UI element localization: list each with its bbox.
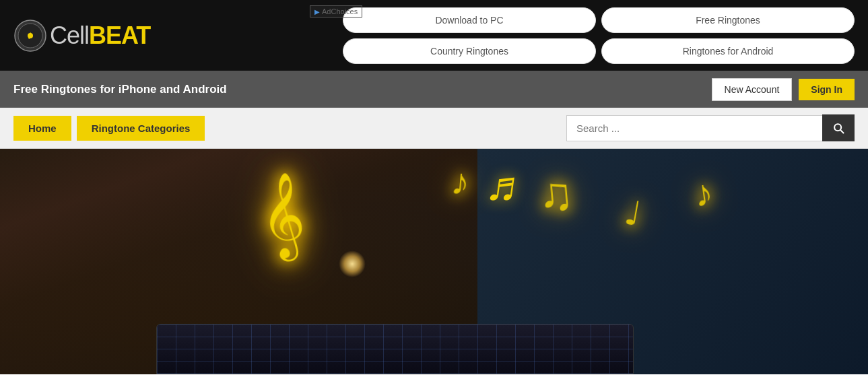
ad-choices-label: AdChoices — [322, 7, 358, 15]
free-ringtones-button[interactable]: Free Ringtones — [601, 7, 855, 33]
hero-background — [0, 149, 868, 374]
sign-in-button[interactable]: Sign In — [799, 79, 855, 100]
country-ringtones-button[interactable]: Country Ringtones — [343, 38, 596, 64]
top-header: ♪ CellBEAT ▶ AdChoices Download to PC Fr… — [0, 0, 868, 71]
ringtones-android-button[interactable]: Ringtones for Android — [601, 38, 855, 64]
account-actions: New Account Sign In — [712, 78, 855, 101]
hero-section: 𝄞 ♪ ♫ ♩ ♪ ♬ — [0, 149, 868, 374]
site-tagline: Free Ringtones for iPhone and Android — [13, 83, 227, 96]
main-nav-bar: Home Ringtone Categories — [0, 108, 868, 149]
account-bar: Free Ringtones for iPhone and Android Ne… — [0, 71, 868, 108]
svg-text:♪: ♪ — [28, 28, 34, 42]
ringtone-categories-button[interactable]: Ringtone Categories — [77, 116, 205, 141]
nav-links: Home Ringtone Categories — [13, 116, 205, 141]
ad-choices-banner: ▶ AdChoices — [310, 5, 362, 18]
logo-area: ♪ CellBEAT — [13, 19, 150, 53]
logo-text: CellBEAT — [50, 22, 150, 50]
download-pc-button[interactable]: Download to PC — [343, 7, 596, 33]
search-icon — [832, 121, 845, 135]
new-account-button[interactable]: New Account — [712, 78, 793, 101]
search-input[interactable] — [566, 115, 822, 141]
home-button[interactable]: Home — [13, 116, 71, 141]
search-button[interactable] — [822, 114, 855, 141]
logo-icon: ♪ — [13, 19, 47, 53]
ad-icon: ▶ — [314, 8, 320, 15]
top-nav-buttons: Download to PC Free Ringtones Country Ri… — [343, 7, 855, 64]
search-area — [566, 114, 855, 141]
